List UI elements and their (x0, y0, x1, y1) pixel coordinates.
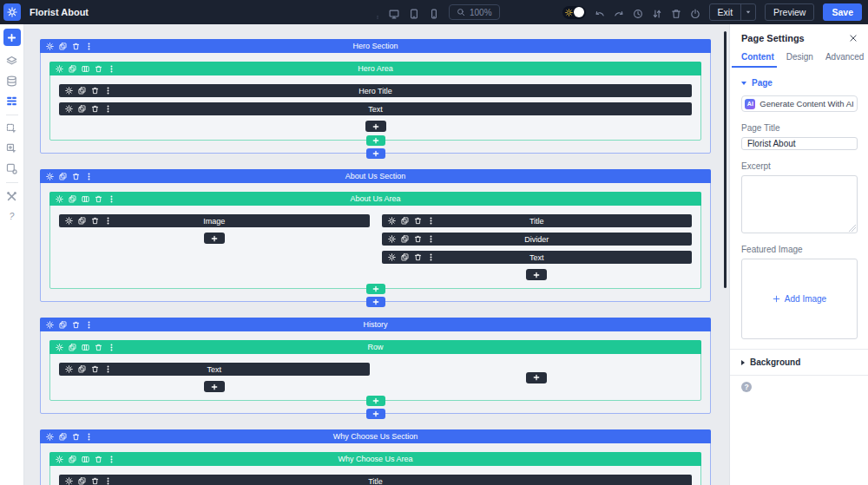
plus-icon[interactable] (372, 150, 379, 157)
help-icon[interactable]: ? (6, 211, 17, 222)
page-accordion[interactable]: Page (741, 78, 857, 88)
gear-icon[interactable] (56, 195, 63, 203)
tab-content[interactable]: Content (741, 52, 774, 68)
plus-icon[interactable] (372, 298, 379, 305)
redo-icon[interactable] (614, 7, 624, 17)
trash-icon[interactable] (72, 433, 80, 441)
module-image-bar[interactable]: Image (59, 214, 370, 227)
columns-icon[interactable] (82, 65, 89, 73)
sidebar-item-layers[interactable] (3, 51, 22, 71)
preview-button[interactable]: Preview (765, 3, 814, 21)
plus-icon[interactable] (372, 123, 379, 130)
section-bar[interactable]: Hero Section (40, 39, 711, 53)
gear-icon[interactable] (65, 87, 73, 95)
undo-icon[interactable] (595, 7, 605, 17)
add-module-button[interactable] (204, 381, 225, 392)
duplicate-icon[interactable] (59, 43, 67, 50)
add-module-button[interactable] (365, 121, 386, 132)
gear-icon[interactable] (46, 43, 54, 50)
sidebar-item-insert-tool[interactable] (3, 139, 22, 159)
kebab-menu-icon[interactable] (85, 173, 93, 180)
duplicate-icon[interactable] (401, 217, 409, 225)
gear-icon[interactable] (46, 433, 54, 441)
duplicate-icon[interactable] (78, 217, 86, 225)
sidebar-item-select-tool[interactable] (3, 119, 22, 139)
duplicate-icon[interactable] (59, 173, 67, 180)
builder-menu-button[interactable] (3, 3, 21, 21)
power-icon[interactable] (690, 7, 700, 17)
exit-button[interactable]: Exit (710, 4, 741, 20)
tools-icon[interactable] (6, 191, 17, 202)
plus-icon[interactable] (7, 33, 16, 43)
gear-icon[interactable] (56, 456, 63, 463)
tablet-icon[interactable] (409, 7, 419, 17)
kebab-menu-icon[interactable] (104, 105, 112, 113)
gear-icon[interactable] (388, 253, 396, 261)
tab-advanced[interactable]: Advanced (825, 52, 864, 68)
section-bar[interactable]: History (40, 318, 711, 331)
add-section-button[interactable] (366, 297, 385, 307)
kebab-menu-icon[interactable] (427, 253, 435, 261)
outline-view-icon[interactable] (6, 95, 17, 107)
row-bar[interactable]: About Us Area (49, 192, 701, 206)
kebab-menu-icon[interactable] (85, 321, 93, 329)
trash-icon[interactable] (95, 65, 102, 73)
generate-ai-button[interactable]: AI Generate Content With AI (741, 95, 858, 112)
kebab-menu-icon[interactable] (427, 235, 435, 243)
duplicate-icon[interactable] (59, 433, 67, 441)
duplicate-icon[interactable] (69, 195, 76, 203)
trash-icon[interactable] (414, 235, 422, 243)
box-settings-icon[interactable] (6, 163, 17, 174)
gear-icon[interactable] (65, 105, 73, 113)
add-module-button[interactable] (526, 269, 547, 280)
phone-icon[interactable] (429, 7, 439, 17)
module-text-bar[interactable]: Text (59, 102, 692, 115)
duplicate-icon[interactable] (69, 65, 76, 73)
module-divider-bar[interactable]: Divider (382, 233, 693, 246)
trash-icon[interactable] (72, 43, 80, 50)
duplicate-icon[interactable] (401, 235, 409, 243)
history-icon[interactable] (633, 7, 643, 17)
columns-icon[interactable] (82, 344, 89, 351)
trash-icon[interactable] (72, 321, 80, 329)
add-image-link[interactable]: Add Image (773, 294, 826, 304)
canvas-scrollbar[interactable] (724, 31, 727, 288)
trash-icon[interactable] (95, 456, 102, 463)
gear-icon[interactable] (65, 217, 73, 225)
trash-icon[interactable] (72, 173, 80, 180)
desktop-icon[interactable] (389, 7, 399, 17)
trash-icon[interactable] (414, 217, 422, 225)
sidebar-item-help[interactable]: ? (3, 206, 22, 226)
add-module-button[interactable] (204, 233, 225, 244)
duplicate-icon[interactable] (78, 105, 86, 113)
trash-icon[interactable] (414, 253, 422, 261)
featured-image-box[interactable]: Add Image (741, 259, 858, 339)
add-row-button[interactable] (366, 284, 385, 294)
module-text-bar[interactable]: Text (382, 251, 693, 264)
kebab-menu-icon[interactable] (108, 65, 115, 73)
sidebar-item-box-settings[interactable] (3, 159, 22, 179)
zoom-control[interactable]: 100% (449, 4, 500, 20)
trash-icon[interactable] (91, 87, 99, 95)
kebab-menu-icon[interactable] (376, 7, 379, 17)
plus-icon[interactable] (211, 383, 218, 390)
trash-icon[interactable] (671, 7, 681, 17)
background-accordion[interactable]: Background (730, 350, 868, 375)
page-title-input[interactable]: Florist About (741, 137, 858, 150)
kebab-menu-icon[interactable] (108, 456, 115, 463)
row-bar[interactable]: Hero Area (49, 62, 701, 75)
trash-icon[interactable] (91, 105, 99, 113)
module-hero-title-bar[interactable]: Hero Title (59, 84, 692, 97)
gear-icon[interactable] (65, 477, 73, 485)
duplicate-icon[interactable] (78, 365, 86, 373)
save-button[interactable]: Save (823, 3, 862, 21)
tab-design[interactable]: Design (786, 52, 813, 68)
sidebar-item-tools[interactable] (3, 187, 22, 206)
exit-caret-button[interactable] (740, 4, 755, 20)
add-module-button[interactable] (526, 372, 547, 383)
module-title-bar[interactable]: Title (59, 475, 692, 485)
sidebar-item-templates[interactable] (3, 71, 22, 91)
excerpt-textarea[interactable] (741, 175, 858, 233)
columns-icon[interactable] (82, 195, 89, 203)
duplicate-icon[interactable] (69, 344, 76, 351)
